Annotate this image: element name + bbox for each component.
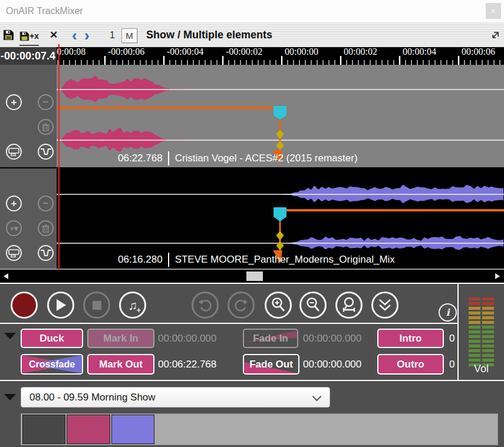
fade-in-button[interactable]: Fade In bbox=[243, 329, 298, 348]
ruler-tick bbox=[63, 60, 64, 65]
playlist-block[interactable] bbox=[111, 415, 154, 444]
previous-button[interactable]: ‹ bbox=[72, 23, 77, 47]
info-button[interactable]: i bbox=[439, 303, 457, 322]
undo-button[interactable] bbox=[192, 292, 219, 319]
mono-toggle[interactable]: M bbox=[121, 28, 137, 43]
fade-marker-flag[interactable] bbox=[274, 207, 286, 221]
fade-marker-flag[interactable] bbox=[274, 106, 286, 120]
ruler-label: -00:00:02 bbox=[226, 47, 262, 57]
stop-button[interactable] bbox=[83, 292, 110, 319]
zoom-out-vertical-button[interactable]: − bbox=[38, 196, 54, 211]
ruler-tick bbox=[452, 60, 453, 65]
zoom-fit-button[interactable] bbox=[335, 292, 363, 319]
vu-meter-bar bbox=[469, 359, 480, 362]
ruler-tick bbox=[493, 60, 494, 65]
zoom-out-button[interactable] bbox=[299, 292, 327, 319]
main-toolbar: +x ✕ ‹ › 1 M Show / Multiple elements bbox=[0, 23, 504, 47]
vu-meter-bar bbox=[469, 326, 480, 329]
ruler-tick bbox=[210, 60, 211, 65]
ruler-tick bbox=[476, 60, 476, 65]
ruler-tick bbox=[293, 60, 294, 65]
save-button[interactable] bbox=[3, 23, 14, 47]
stop-icon bbox=[93, 301, 101, 310]
collapse-caret[interactable] bbox=[4, 394, 16, 400]
vu-meter-bar bbox=[482, 321, 494, 324]
ruler-tick bbox=[287, 60, 288, 65]
flatten-envelope-button[interactable] bbox=[6, 245, 22, 261]
ruler-tick bbox=[193, 60, 193, 65]
zoom-out-icon bbox=[305, 297, 321, 313]
vu-meter-bar bbox=[482, 297, 494, 300]
duck-shape-button[interactable] bbox=[38, 245, 54, 261]
ruler-tick bbox=[429, 60, 429, 65]
ruler-tick bbox=[311, 60, 311, 65]
info-divider bbox=[168, 253, 169, 267]
zoom-in-button[interactable] bbox=[265, 292, 292, 319]
ruler-label: 00:00:04 bbox=[403, 47, 436, 57]
intro-value: 0 bbox=[449, 329, 457, 348]
timeline-ruler[interactable]: -00:00:08-00:00:06-00:00:04-00:00:0200:0… bbox=[57, 47, 504, 65]
fade-out-time: 00:00:00.000 bbox=[303, 355, 361, 374]
ruler-tick bbox=[128, 60, 129, 65]
mark-in-button[interactable]: Mark In bbox=[87, 329, 154, 348]
popout-button[interactable] bbox=[490, 23, 500, 47]
redo-button[interactable] bbox=[228, 292, 255, 319]
horizontal-scrollbar[interactable] bbox=[0, 270, 504, 283]
outro-button[interactable]: Outro bbox=[377, 354, 444, 375]
envelope-point-marker[interactable] bbox=[276, 130, 284, 139]
plus-icon: + bbox=[136, 306, 141, 314]
window-close-button[interactable]: × bbox=[486, 3, 501, 19]
show-select-dropdown[interactable]: 08.00 - 09.59 Morning Show bbox=[21, 387, 330, 408]
vu-meter-bar bbox=[482, 307, 494, 310]
track-1-waveform-area[interactable]: 06:22.768 Cristian Vogel - ACES#2 (2015 … bbox=[57, 65, 504, 167]
duck-curve-icon bbox=[40, 249, 52, 257]
vu-meter-bar bbox=[469, 307, 480, 310]
vu-meter-bar bbox=[469, 354, 480, 357]
collapse-caret[interactable] bbox=[4, 333, 16, 339]
envelope-point-marker[interactable] bbox=[276, 231, 284, 240]
record-button[interactable] bbox=[11, 292, 38, 319]
mark-out-button[interactable]: Mark Out bbox=[87, 354, 154, 375]
outro-value: 0 bbox=[449, 355, 457, 374]
duck-shape-button[interactable] bbox=[38, 144, 54, 160]
delete-button[interactable]: ✕ bbox=[50, 23, 58, 47]
ruler-tick bbox=[199, 60, 199, 65]
envelope-point-marker[interactable] bbox=[276, 241, 284, 250]
waveform-shape bbox=[61, 76, 181, 102]
collapse-panel-button[interactable] bbox=[371, 292, 398, 319]
zoom-out-vertical-button[interactable]: − bbox=[38, 94, 54, 110]
ruler-tick bbox=[146, 60, 146, 65]
next-button[interactable]: › bbox=[84, 23, 90, 47]
playlist-block-strip[interactable] bbox=[21, 413, 498, 445]
scrollbar-thumb[interactable] bbox=[246, 271, 263, 281]
edit-panel: Duck Mark In 00:00:00.000 Fade In 00:00:… bbox=[0, 324, 457, 380]
play-button[interactable] bbox=[47, 292, 74, 319]
ruler-tick bbox=[482, 60, 482, 65]
duck-button[interactable]: Duck bbox=[21, 329, 83, 348]
envelope-point-marker[interactable] bbox=[276, 141, 284, 150]
scroll-right-arrow[interactable] bbox=[495, 273, 500, 279]
add-element-button[interactable]: +▾ bbox=[6, 220, 22, 236]
delete-track-button[interactable] bbox=[38, 119, 54, 135]
zoom-in-vertical-button[interactable]: + bbox=[6, 196, 22, 211]
playlist-block[interactable] bbox=[67, 415, 110, 444]
ruler-tick bbox=[187, 60, 187, 65]
track-1-controls: + − bbox=[0, 65, 57, 167]
ruler-tick bbox=[464, 60, 465, 65]
flatten-envelope-button[interactable] bbox=[6, 144, 22, 160]
intro-button[interactable]: Intro bbox=[377, 329, 444, 348]
ruler-tick bbox=[281, 56, 282, 65]
playhead-cursor[interactable] bbox=[58, 44, 60, 270]
add-audio-button[interactable]: ♫ + bbox=[119, 292, 146, 319]
zoom-in-vertical-button[interactable]: + bbox=[6, 94, 22, 110]
fade-out-button[interactable]: Fade Out bbox=[243, 354, 299, 375]
save-and-close-button[interactable]: +x bbox=[19, 27, 39, 46]
crossfade-button[interactable]: Crossfade bbox=[21, 354, 83, 375]
delete-track-button[interactable] bbox=[38, 220, 54, 236]
scroll-left-arrow[interactable] bbox=[4, 273, 8, 279]
track-2-waveform-area[interactable]: 06:16.280 STEVE MOORE_Panther_Moderns_Or… bbox=[57, 168, 504, 269]
ruler-tick bbox=[358, 60, 358, 65]
playlist-block[interactable] bbox=[22, 415, 65, 444]
ruler-tick bbox=[375, 60, 376, 65]
vu-meter-left bbox=[469, 297, 480, 368]
